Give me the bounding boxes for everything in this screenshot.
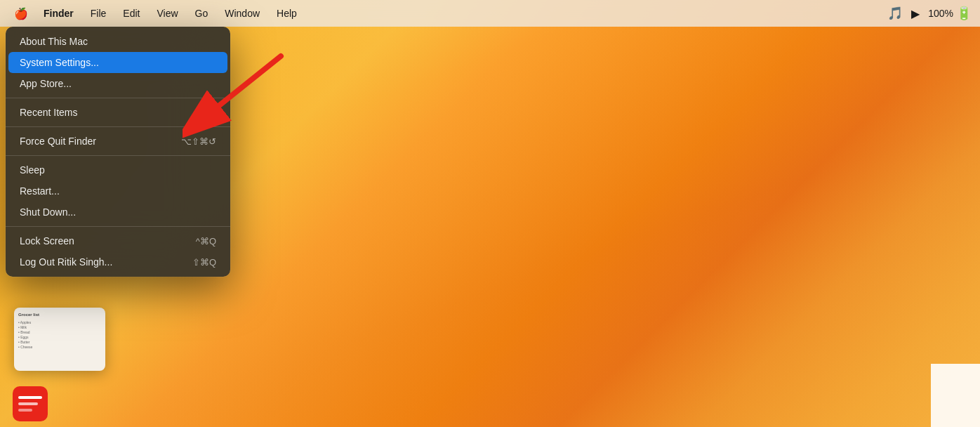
separator-1	[6, 98, 230, 98]
menu-item-about[interactable]: About This Mac	[8, 31, 227, 52]
menubar-window[interactable]: Window	[218, 5, 267, 22]
svg-rect-3	[18, 402, 38, 405]
battery-percent: 100%	[928, 8, 953, 19]
menu-item-lock-screen-label: Lock Screen	[20, 235, 74, 247]
menu-item-system-settings-label: System Settings...	[20, 57, 99, 68]
submenu-arrow-icon: ▶	[208, 107, 216, 118]
menu-item-shutdown-label: Shut Down...	[20, 206, 76, 218]
menu-item-system-settings[interactable]: System Settings...	[8, 52, 227, 73]
dock-app-icon[interactable]	[13, 386, 48, 421]
svg-rect-4	[18, 409, 32, 412]
lock-screen-shortcut: ^⌘Q	[196, 236, 216, 247]
menubar-file[interactable]: File	[84, 5, 114, 22]
menubar-finder[interactable]: Finder	[37, 5, 81, 22]
menu-item-about-label: About This Mac	[20, 36, 88, 47]
apple-menu-button[interactable]: 🍎	[8, 4, 34, 23]
logout-shortcut: ⇧⌘Q	[192, 257, 216, 268]
menu-item-force-quit-label: Force Quit Finder	[20, 136, 96, 147]
menu-item-lock-screen[interactable]: Lock Screen ^⌘Q	[8, 230, 227, 251]
menu-item-logout-label: Log Out Ritik Singh...	[20, 256, 112, 268]
menubar-left: 🍎 Finder File Edit View Go Window Help	[8, 4, 304, 23]
bottom-right-overlay	[931, 364, 980, 427]
airplay-icon[interactable]: 🎵	[887, 6, 903, 21]
menu-item-logout[interactable]: Log Out Ritik Singh... ⇧⌘Q	[8, 251, 227, 272]
menu-item-recent-items-label: Recent Items	[20, 107, 77, 118]
menubar-right: 🎵 ▶ 100% 🔋	[887, 6, 972, 21]
separator-2	[6, 126, 230, 127]
menu-item-sleep-label: Sleep	[20, 164, 45, 176]
battery-icon: 🔋	[956, 6, 972, 21]
menubar: 🍎 Finder File Edit View Go Window Help 🎵…	[0, 0, 980, 27]
app-thumbnail: Grocer list • Apples • Milk • Bread • Eg…	[14, 308, 105, 371]
menubar-help[interactable]: Help	[270, 5, 304, 22]
menu-item-force-quit[interactable]: Force Quit Finder ⌥⇧⌘↺	[8, 131, 227, 152]
menu-item-restart-label: Restart...	[20, 185, 60, 197]
menu-item-sleep[interactable]: Sleep	[8, 159, 227, 180]
svg-rect-2	[18, 396, 42, 399]
menu-item-app-store-label: App Store...	[20, 78, 72, 89]
menu-item-shutdown[interactable]: Shut Down...	[8, 202, 227, 223]
force-quit-shortcut: ⌥⇧⌘↺	[181, 136, 216, 147]
menu-item-recent-items[interactable]: Recent Items ▶	[8, 102, 227, 123]
apple-menu-dropdown: About This Mac System Settings... App St…	[6, 27, 230, 277]
battery-indicator: 100% 🔋	[928, 6, 972, 21]
menu-item-app-store[interactable]: App Store...	[8, 73, 227, 94]
menubar-edit[interactable]: Edit	[116, 5, 147, 22]
menubar-view[interactable]: View	[150, 5, 185, 22]
menu-item-restart[interactable]: Restart...	[8, 180, 227, 202]
separator-4	[6, 226, 230, 227]
app-thumbnail-content: Grocer list • Apples • Milk • Bread • Eg…	[14, 308, 105, 354]
menubar-go[interactable]: Go	[188, 5, 216, 22]
separator-3	[6, 155, 230, 156]
play-icon[interactable]: ▶	[911, 7, 920, 20]
